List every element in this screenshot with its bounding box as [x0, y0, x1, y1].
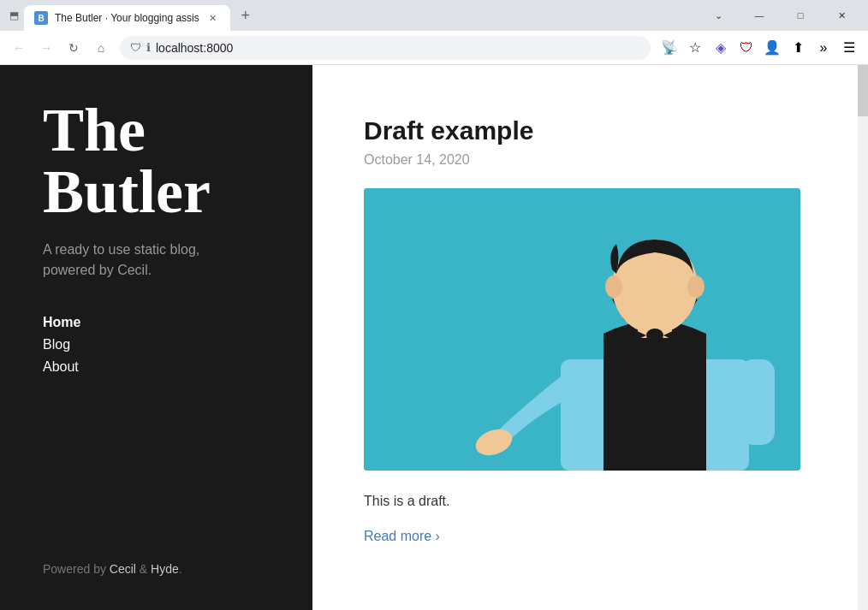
close-button[interactable]: ✕: [822, 0, 861, 31]
security-icon: 🛡: [130, 41, 141, 54]
capture-button[interactable]: ⬒: [7, 9, 21, 22]
powered-by-separator: &: [136, 562, 151, 576]
post-date: October 14, 2020: [364, 152, 817, 168]
nav-link-about[interactable]: About: [43, 359, 79, 374]
butler-illustration: [364, 188, 800, 471]
maximize-button[interactable]: □: [781, 0, 820, 31]
menu-button[interactable]: ☰: [837, 36, 861, 60]
post-article: Draft example October 14, 2020: [364, 116, 817, 544]
rss-icon[interactable]: 📡: [657, 36, 681, 60]
powered-by-hyde-link[interactable]: Hyde: [151, 562, 179, 576]
back-button[interactable]: ←: [7, 36, 31, 60]
active-tab[interactable]: B The Butler · Your blogging assis ✕: [24, 5, 230, 31]
post-title: Draft example: [364, 116, 817, 145]
powered-by-suffix: .: [179, 562, 182, 576]
tab-bar: ⬒ B The Butler · Your blogging assis ✕ +…: [0, 0, 868, 31]
svg-point-8: [687, 275, 705, 298]
nav-item-home[interactable]: Home: [43, 315, 278, 330]
nav-item-blog[interactable]: Blog: [43, 337, 278, 352]
main-nav: Home Blog About: [43, 315, 278, 409]
reload-button[interactable]: ↻: [62, 36, 86, 60]
svg-point-9: [646, 329, 663, 342]
nav-item-about[interactable]: About: [43, 359, 278, 375]
bookmark-icon[interactable]: ☆: [683, 36, 707, 60]
profile-icon[interactable]: 👤: [760, 36, 784, 60]
nav-link-home[interactable]: Home: [43, 315, 80, 329]
post-image: [364, 188, 800, 471]
page-wrapper: The Butler A ready to use static blog,po…: [0, 65, 868, 610]
main-content: Draft example October 14, 2020: [312, 65, 868, 610]
nav-bar: ← → ↻ ⌂ 🛡 ℹ localhost:8000 📡 ☆ ◈ 🛡 👤 ⬆ »…: [0, 31, 868, 65]
page-scrollbar[interactable]: [858, 65, 868, 610]
site-tagline: A ready to use static blog,powered by Ce…: [43, 240, 278, 281]
powered-by: Powered by Cecil & Hyde.: [43, 562, 278, 576]
window-controls: ⌄ — □ ✕: [699, 0, 861, 31]
new-tab-button[interactable]: +: [234, 3, 258, 27]
home-button[interactable]: ⌂: [89, 36, 113, 60]
tab-title: The Butler · Your blogging assis: [55, 12, 199, 24]
nav-link-blog[interactable]: Blog: [43, 337, 70, 352]
tab-favicon: B: [34, 11, 48, 25]
url-text: localhost:8000: [156, 41, 640, 55]
browser-chrome: ⬒ B The Butler · Your blogging assis ✕ +…: [0, 0, 868, 65]
toolbar-icons: 📡 ☆ ◈ 🛡 👤 ⬆ » ☰: [657, 36, 861, 60]
svg-rect-4: [740, 359, 775, 445]
minimize-button[interactable]: —: [740, 0, 779, 31]
svg-point-7: [605, 275, 622, 298]
post-excerpt: This is a draft.: [364, 491, 817, 512]
scrollbar-thumb[interactable]: [858, 65, 868, 116]
address-bar[interactable]: 🛡 ℹ localhost:8000: [120, 36, 651, 60]
ublock-icon[interactable]: 🛡: [734, 36, 758, 60]
extension-icon[interactable]: ◈: [709, 36, 733, 60]
read-more-link[interactable]: Read more ›: [364, 529, 440, 543]
forward-button[interactable]: →: [34, 36, 58, 60]
powered-by-cecil-link[interactable]: Cecil: [110, 562, 136, 576]
sidebar: The Butler A ready to use static blog,po…: [0, 65, 312, 610]
powered-by-prefix: Powered by: [43, 562, 110, 576]
share-icon[interactable]: ⬆: [786, 36, 810, 60]
dropdown-button[interactable]: ⌄: [699, 0, 738, 31]
site-title: The Butler: [43, 99, 278, 222]
more-tools-button[interactable]: »: [812, 36, 835, 60]
lock-icon: ℹ: [146, 41, 151, 54]
tab-close-button[interactable]: ✕: [206, 11, 220, 25]
